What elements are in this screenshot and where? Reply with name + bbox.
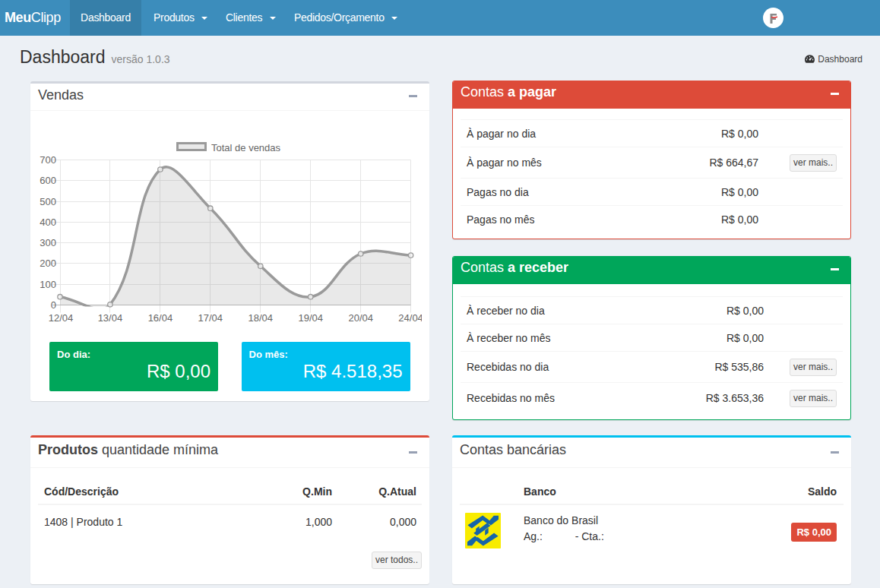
svg-text:400: 400 — [40, 217, 56, 228]
svg-text:24/04: 24/04 — [398, 312, 422, 324]
svg-text:500: 500 — [40, 196, 56, 207]
svg-text:20/04: 20/04 — [348, 312, 373, 324]
svg-text:0: 0 — [51, 299, 56, 311]
svg-text:16/04: 16/04 — [148, 312, 173, 324]
svg-text:100: 100 — [40, 279, 56, 290]
svg-text:700: 700 — [40, 154, 56, 166]
svg-text:600: 600 — [40, 175, 56, 186]
svg-text:12/04: 12/04 — [49, 312, 74, 324]
svg-text:200: 200 — [40, 258, 56, 269]
svg-text:300: 300 — [40, 237, 56, 248]
svg-text:13/04: 13/04 — [98, 312, 123, 324]
svg-text:19/04: 19/04 — [298, 312, 323, 324]
svg-text:18/04: 18/04 — [248, 312, 274, 324]
svg-text:Total de vendas: Total de vendas — [211, 142, 281, 153]
svg-text:17/04: 17/04 — [198, 312, 223, 324]
